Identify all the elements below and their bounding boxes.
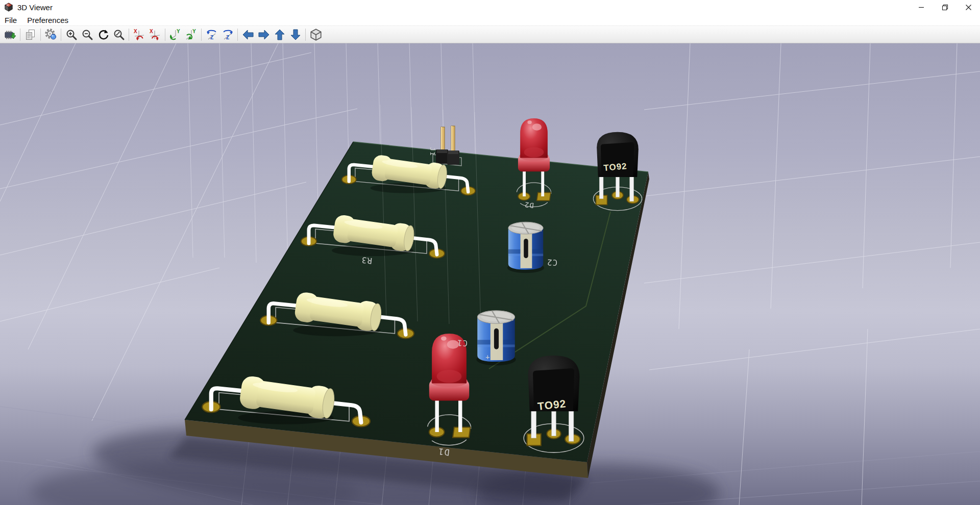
svg-text:Y: Y: [177, 29, 180, 34]
arrow-up-icon: [274, 29, 285, 41]
rotate-y-clockwise-button[interactable]: Y: [167, 28, 183, 42]
arrow-down-icon: [290, 29, 301, 41]
redraw-icon: [97, 29, 109, 41]
minimize-button[interactable]: [910, 0, 933, 14]
toolbar-separator: [40, 29, 41, 41]
rotate-y-ccw-icon: Y: [185, 29, 198, 41]
restore-button[interactable]: [933, 0, 957, 14]
move-up-button[interactable]: [272, 28, 287, 42]
3d-viewport[interactable]: TO92 TO92 J1 R3 D2 C2 C1 + D1: [0, 43, 980, 505]
zoom-to-fit-button[interactable]: [111, 28, 127, 42]
close-button[interactable]: [957, 0, 980, 14]
orthographic-projection-button[interactable]: [308, 28, 324, 42]
3d-cube-icon: 3D: [4, 3, 13, 12]
silkscreen-label-plus: +: [485, 353, 490, 361]
arrow-left-icon: [242, 29, 254, 40]
silkscreen-label-j1: J1: [429, 147, 436, 156]
silkscreen-label-d2: D2: [524, 200, 534, 210]
copy-icon: [24, 28, 37, 41]
silkscreen-label-c2: C2: [547, 257, 558, 267]
silkscreen-label-d1: D1: [437, 446, 450, 458]
svg-text:X: X: [150, 29, 153, 34]
arrow-right-icon: [258, 29, 270, 40]
zoom-fit-icon: [113, 29, 125, 41]
restore-icon: [942, 4, 948, 11]
zoom-in-button[interactable]: [63, 28, 79, 42]
reload-board-button[interactable]: [2, 28, 18, 42]
rotate-x-clockwise-button[interactable]: X: [131, 28, 147, 42]
redraw-button[interactable]: [95, 28, 111, 42]
menu-file[interactable]: File: [0, 16, 22, 24]
svg-text:X: X: [134, 29, 137, 34]
rotate-x-cw-icon: X: [133, 29, 145, 41]
zoom-out-button[interactable]: [79, 28, 95, 42]
gear-icon: [44, 28, 58, 41]
rotate-z-ccw-icon: Z: [222, 29, 234, 41]
window-title: 3D Viewer: [17, 3, 53, 12]
toolbar-separator: [201, 29, 202, 41]
rotate-y-cw-icon: Y: [169, 29, 182, 41]
silkscreen-label-c1: C1: [457, 338, 468, 348]
zoom-in-icon: [65, 29, 78, 41]
svg-text:3D: 3D: [7, 4, 10, 7]
render-options-button[interactable]: [43, 28, 59, 42]
rotate-z-counterclockwise-button[interactable]: Z: [219, 28, 235, 42]
titlebar: 3D 3D Viewer: [0, 0, 980, 14]
window-controls: [910, 0, 980, 14]
move-left-button[interactable]: [240, 28, 256, 42]
toolbar: X X Y Y: [0, 26, 980, 43]
minimize-icon: [918, 4, 924, 10]
toolbar-separator: [237, 29, 238, 41]
toolbar-separator: [61, 29, 61, 41]
rotate-x-ccw-icon: X: [149, 29, 161, 41]
menu-preferences[interactable]: Preferences: [22, 16, 74, 24]
3d-viewer-window: 3D 3D Viewer File Preferences: [0, 0, 980, 505]
capacitor: [476, 311, 516, 366]
toolbar-separator: [165, 29, 165, 41]
ortho-cube-icon: [309, 28, 323, 41]
silkscreen-label-r3: R3: [361, 255, 373, 266]
pcb-3d-scene: TO92 TO92 J1 R3 D2 C2 C1 + D1: [0, 43, 980, 505]
svg-text:Z: Z: [210, 35, 213, 40]
copy-to-clipboard-button[interactable]: [22, 28, 38, 42]
capacitor: [507, 222, 544, 273]
rotate-x-counterclockwise-button[interactable]: X: [147, 28, 163, 42]
pcb-reload-icon: [4, 28, 17, 41]
svg-text:Z: Z: [226, 35, 229, 40]
move-right-button[interactable]: [256, 28, 272, 42]
to92-marking: TO92: [603, 161, 628, 173]
svg-text:Y: Y: [192, 29, 196, 34]
menubar: File Preferences: [0, 14, 980, 26]
zoom-out-icon: [81, 29, 93, 41]
pin-header-j1: [433, 126, 461, 166]
toolbar-separator: [305, 29, 306, 41]
rotate-y-counterclockwise-button[interactable]: Y: [183, 28, 199, 42]
close-icon: [965, 4, 972, 11]
rotate-z-clockwise-button[interactable]: Z: [204, 28, 219, 42]
rotate-z-cw-icon: Z: [206, 29, 218, 41]
toolbar-separator: [129, 29, 129, 41]
move-down-button[interactable]: [287, 28, 303, 42]
toolbar-separator: [20, 29, 20, 41]
